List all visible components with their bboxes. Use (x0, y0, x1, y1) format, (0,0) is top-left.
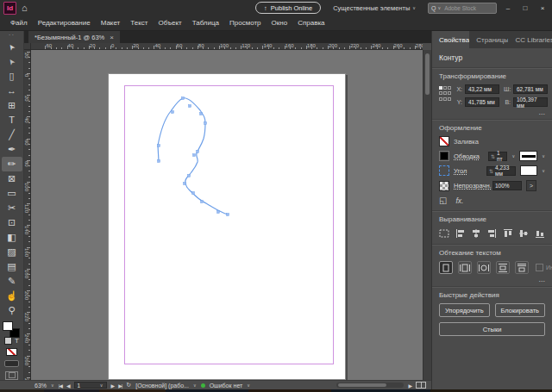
anchor-point[interactable] (172, 111, 174, 114)
refpoint-dot[interactable] (448, 91, 451, 95)
align-bottom-button[interactable] (535, 227, 545, 239)
stepper-icon[interactable]: ⇅ (491, 153, 495, 159)
color-theme-tool[interactable]: ✎ (2, 274, 22, 289)
y-field[interactable]: 41,785 мм (465, 97, 499, 107)
preflight-status-label[interactable]: Ошибок нет (210, 383, 243, 389)
first-page-button[interactable]: |◀ (59, 383, 62, 389)
pen-tool[interactable]: ✒ (2, 142, 22, 157)
menu-item-6[interactable]: Просмотр (224, 16, 267, 29)
anchor-point[interactable] (193, 154, 196, 157)
fill-label[interactable]: Заливка (454, 138, 488, 146)
fill-swatch-none[interactable] (3, 321, 13, 331)
gradient-tool[interactable]: ◧ (2, 230, 22, 245)
type-tool[interactable]: T (2, 113, 22, 128)
anchor-point[interactable] (197, 151, 199, 153)
previous-page-button[interactable]: ◀ (66, 383, 70, 389)
free-transform-tool[interactable]: ⊡ (2, 215, 22, 230)
rectangle-tool[interactable]: ▭ (2, 186, 22, 201)
view-options-button[interactable] (4, 360, 19, 367)
rectangle-frame-tool[interactable]: ⊠ (2, 171, 22, 186)
anchor-point[interactable] (227, 214, 229, 216)
opacity-flyout-button[interactable]: > (526, 180, 536, 191)
fill-color-swatch[interactable] (439, 136, 449, 146)
opacity-label[interactable]: Непрозрачн. (454, 182, 488, 190)
menu-item-5[interactable]: Таблица (187, 16, 224, 29)
vertical-scrollbar-thumb[interactable] (425, 53, 430, 95)
anchor-point[interactable] (182, 97, 185, 100)
panel-tab-inactive[interactable]: Страницы (469, 31, 508, 48)
arrange-button[interactable]: Упорядочить (439, 303, 490, 317)
vertical-ruler[interactable]: 2002040608010012014016018020022024026028… (24, 50, 31, 380)
reference-point-selector[interactable] (439, 86, 451, 102)
inverse-checkbox[interactable]: Инверсия (536, 264, 552, 271)
content-collector-tool[interactable]: ⊞ (2, 98, 22, 113)
zoom-chevron-icon[interactable]: ∨ (51, 383, 54, 388)
spread-view-icon[interactable] (416, 382, 426, 389)
zoom-level[interactable]: 63% (34, 383, 47, 389)
menu-item-4[interactable]: Объект (153, 16, 186, 29)
page-tool[interactable]: ▯ (2, 69, 22, 84)
wrap-object-shape-button[interactable] (477, 261, 491, 274)
workspace-switcher[interactable]: Существенные элементы ∨ (333, 4, 416, 12)
text-wrap-more-options[interactable]: ... (439, 277, 545, 281)
screen-mode-button[interactable] (5, 371, 18, 380)
stroke-weight-chevron-icon[interactable]: ∨ (511, 153, 515, 159)
anchor-point[interactable] (158, 160, 160, 163)
height-field[interactable]: 105,397 мм (513, 97, 548, 107)
width-field[interactable]: 62,781 мм (513, 84, 548, 94)
tools-panel-grip[interactable]: ·· (9, 31, 15, 40)
stroke-color-swatch[interactable] (439, 151, 449, 161)
stepper-icon[interactable]: ⇅ (489, 168, 493, 174)
master-chevron-icon[interactable]: ∨ (193, 383, 197, 388)
stroke-type-chevron-icon[interactable]: ∨ (542, 153, 545, 159)
fill-stroke-swatches[interactable] (2, 320, 22, 334)
formatting-affects-text-button[interactable]: T (15, 337, 19, 345)
refpoint-dot[interactable] (448, 86, 451, 90)
refpoint-dot[interactable] (439, 86, 442, 90)
minimize-button[interactable]: – (502, 4, 514, 12)
transform-more-options[interactable]: ... (439, 110, 545, 114)
selection-tool[interactable]: ➤ (2, 40, 22, 54)
pasteboard[interactable] (31, 50, 423, 380)
menu-item-8[interactable]: Справка (292, 16, 329, 29)
tab-close-icon[interactable]: × (110, 34, 114, 41)
preflight-chevron-icon[interactable]: ∨ (247, 383, 250, 388)
menu-item-7[interactable]: Окно (267, 16, 293, 29)
align-options-button[interactable] (439, 227, 449, 239)
anchor-point[interactable] (200, 113, 203, 115)
horizontal-ruler[interactable]: 6040200204060801001201401601802002202402… (31, 43, 423, 50)
wrap-jump-column-button[interactable] (515, 261, 529, 274)
panel-tab-active[interactable]: Свойства (432, 31, 469, 48)
wrap-jump-object-button[interactable] (496, 261, 510, 274)
gap-tool[interactable]: ↔ (2, 84, 22, 98)
search-input[interactable] (442, 4, 491, 12)
anchor-point[interactable] (217, 211, 220, 214)
anchor-point[interactable] (188, 175, 191, 177)
effects-fx-button[interactable]: fx. (455, 196, 463, 205)
scissors-tool[interactable]: ✂ (2, 201, 22, 215)
corner-shape-preview[interactable] (520, 165, 537, 176)
zoom-tool[interactable]: ⚲ (2, 303, 22, 318)
refpoint-dot[interactable] (439, 91, 442, 95)
horizontal-scrollbar-thumb[interactable] (338, 383, 386, 387)
anchor-point[interactable] (189, 105, 191, 108)
ruler-corner[interactable] (24, 43, 31, 50)
horizontal-scrollbar[interactable] (336, 383, 404, 388)
refpoint-dot[interactable] (448, 97, 451, 101)
publish-online-button[interactable]: ↑ Publish Online (255, 2, 321, 14)
stroke-label[interactable]: Обводка (454, 152, 484, 160)
stroke-weight-field[interactable]: ⇅ 1 пт (488, 152, 508, 161)
x-field[interactable]: 43,22 мм (465, 84, 499, 94)
formatting-affects-container-button[interactable] (4, 337, 12, 345)
scroll-right-arrow-icon[interactable]: ▶ (408, 383, 411, 389)
menu-item-2[interactable]: Макет (96, 16, 126, 29)
corner-radius-field[interactable]: ⇅ 4,233 мм (486, 166, 516, 176)
adobe-stock-search[interactable]: Q ∨ (428, 3, 497, 14)
align-left-button[interactable] (455, 227, 465, 239)
anchor-point[interactable] (201, 201, 204, 203)
menu-item-0[interactable]: Файл (5, 16, 33, 29)
page-number-field[interactable]: 1 ∨ (74, 382, 107, 389)
pencil-tool[interactable]: ✏ (2, 157, 22, 171)
document-page[interactable] (108, 73, 346, 380)
spread-rotation-icon[interactable]: ↻ (126, 382, 131, 389)
